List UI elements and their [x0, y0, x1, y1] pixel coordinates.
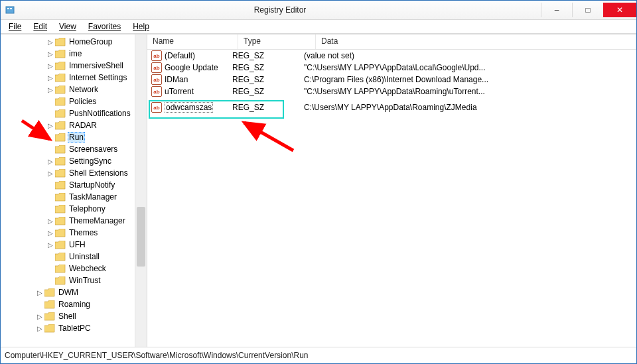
window-buttons: – □ ✕: [541, 3, 636, 17]
folder-icon: [55, 193, 66, 202]
folder-icon: [55, 276, 66, 285]
value-data: C:\Users\MY LAPPY\AppData\Roaming\ZJMedi…: [304, 103, 636, 112]
value-data: C:\Program Files (x86)\Internet Download…: [304, 75, 636, 84]
folder-icon: [55, 109, 66, 118]
folder-icon: [44, 312, 55, 321]
expand-icon[interactable]: ▷: [46, 50, 55, 58]
value-type: REG_SZ: [232, 51, 304, 60]
tree-item-label: Shell: [57, 312, 78, 321]
folder-icon: [55, 205, 66, 213]
tree-item[interactable]: ▷Shell Extensions: [1, 167, 147, 179]
value-type: REG_SZ: [232, 87, 304, 96]
expand-icon[interactable]: ▷: [46, 38, 55, 46]
tree-item-label: WinTrust: [68, 276, 102, 285]
expand-icon[interactable]: ▷: [46, 241, 55, 249]
tree-item-label: UFH: [68, 240, 87, 249]
expand-icon[interactable]: ▷: [46, 229, 55, 237]
expand-icon[interactable]: ▷: [46, 170, 55, 177]
cell-name: abuTorrent: [151, 86, 232, 97]
value-name: odwcamszas: [165, 102, 213, 113]
tree-item-label: HomeGroup: [68, 37, 113, 46]
tree-item-label: TaskManager: [68, 192, 118, 202]
titlebar: Registry Editor – □ ✕: [1, 1, 636, 20]
svg-rect-0: [6, 7, 14, 13]
column-name[interactable]: Name: [147, 34, 238, 49]
column-data[interactable]: Data: [316, 34, 636, 49]
menu-edit[interactable]: Edit: [28, 21, 52, 32]
list-body[interactable]: ab(Default)REG_SZ(value not set)abGoogle…: [147, 50, 636, 347]
string-value-icon: ab: [151, 62, 162, 73]
tree-item[interactable]: ▷DWM: [1, 286, 147, 298]
tree-item[interactable]: Screensavers: [1, 143, 147, 155]
folder-icon: [55, 74, 66, 82]
tree-item-label: Webcheck: [68, 264, 107, 273]
folder-icon: [55, 38, 66, 46]
tree-item[interactable]: StartupNotify: [1, 179, 147, 191]
expand-icon[interactable]: ▷: [46, 74, 55, 82]
tree-item[interactable]: ▷HomeGroup: [1, 36, 147, 48]
tree-item[interactable]: ▷Themes: [1, 227, 147, 239]
tree-item[interactable]: TaskManager: [1, 191, 147, 203]
expand-icon[interactable]: ▷: [46, 62, 55, 70]
tree-item[interactable]: ▷ime: [1, 48, 147, 60]
scrollbar-thumb[interactable]: [137, 207, 145, 267]
expand-icon[interactable]: ▷: [46, 158, 55, 165]
annotation-arrow-list: [234, 116, 300, 156]
folder-icon: [44, 288, 55, 297]
app-icon: [5, 5, 15, 15]
tree-item[interactable]: ▷TabletPC: [1, 322, 147, 334]
maximize-button[interactable]: □: [572, 3, 603, 17]
tree-item[interactable]: ▷RADAR: [1, 119, 147, 131]
tree-item[interactable]: ▷Network: [1, 84, 147, 95]
expand-icon[interactable]: ▷: [46, 86, 55, 93]
menu-view[interactable]: View: [54, 21, 82, 32]
string-value-icon: ab: [151, 50, 162, 61]
tree-item[interactable]: ▷ThemeManager: [1, 215, 147, 227]
list-pane: Name Type Data ab(Default)REG_SZ(value n…: [147, 34, 636, 347]
value-name: (Default): [165, 51, 195, 60]
tree-item[interactable]: ▷SettingSync: [1, 155, 147, 167]
folder-icon: [55, 265, 66, 273]
expand-icon[interactable]: ▷: [35, 289, 44, 296]
tree-item[interactable]: ▷ImmersiveShell: [1, 60, 147, 72]
minimize-button[interactable]: –: [541, 3, 572, 17]
tree-item[interactable]: Uninstall: [1, 251, 147, 263]
folder-icon: [55, 253, 66, 261]
close-button[interactable]: ✕: [603, 3, 636, 17]
list-row[interactable]: ab(Default)REG_SZ(value not set): [147, 50, 636, 62]
string-value-icon: ab: [151, 74, 162, 85]
column-type[interactable]: Type: [238, 34, 316, 49]
expand-icon[interactable]: ▷: [35, 313, 44, 320]
window-title: Registry Editor: [19, 5, 541, 15]
tree-item-label: TabletPC: [57, 324, 92, 333]
tree-item[interactable]: WinTrust: [1, 274, 147, 286]
tree-item[interactable]: Policies: [1, 95, 147, 107]
expand-icon[interactable]: ▷: [46, 217, 55, 225]
tree-item[interactable]: ▷Shell: [1, 310, 147, 322]
list-row[interactable]: abuTorrentREG_SZ"C:\Users\MY LAPPY\AppDa…: [147, 86, 636, 97]
folder-icon: [55, 86, 66, 94]
tree-item[interactable]: Roaming: [1, 298, 147, 310]
tree-item[interactable]: Telephony: [1, 203, 147, 215]
expand-icon[interactable]: ▷: [35, 325, 44, 332]
menu-help[interactable]: Help: [127, 21, 155, 32]
folder-icon: [44, 300, 55, 309]
tree-item[interactable]: ▷UFH: [1, 239, 147, 251]
tree-item[interactable]: PushNotifications: [1, 107, 147, 119]
tree-item[interactable]: Run: [1, 131, 147, 143]
cell-name: abodwcamszas: [151, 102, 232, 113]
list-row[interactable]: abGoogle UpdateREG_SZ"C:\Users\MY LAPPY\…: [147, 62, 636, 74]
value-type: REG_SZ: [232, 75, 304, 84]
string-value-icon: ab: [151, 102, 162, 113]
menu-file[interactable]: File: [3, 21, 27, 32]
tree-item[interactable]: Webcheck: [1, 263, 147, 274]
tree-scrollbar[interactable]: [135, 34, 147, 347]
expand-icon[interactable]: ▷: [46, 122, 55, 129]
list-row[interactable]: abIDManREG_SZC:\Program Files (x86)\Inte…: [147, 74, 636, 86]
tree-item[interactable]: ▷Internet Settings: [1, 72, 147, 84]
tree[interactable]: ▷HomeGroup▷ime▷ImmersiveShell▷Internet S…: [1, 34, 147, 335]
menu-favorites[interactable]: Favorites: [83, 21, 126, 32]
tree-item-label: Themes: [68, 228, 99, 237]
folder-icon: [55, 229, 66, 237]
list-row[interactable]: abodwcamszasREG_SZC:\Users\MY LAPPY\AppD…: [147, 101, 636, 113]
